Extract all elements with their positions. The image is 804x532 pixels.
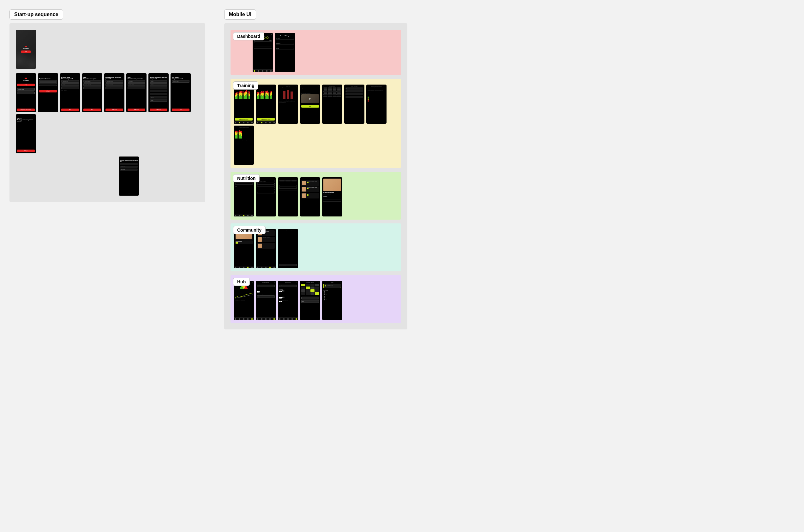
tab-nutrition-icon[interactable] bbox=[262, 70, 263, 72]
tab-icon[interactable] bbox=[247, 215, 249, 216]
tab-icon[interactable] bbox=[287, 318, 289, 320]
tab-icon[interactable] bbox=[261, 267, 262, 268]
tab-icon[interactable] bbox=[279, 318, 280, 320]
day-tuesday[interactable]: Tuesday bbox=[150, 83, 167, 86]
grocery-row[interactable]: —— bbox=[279, 187, 297, 189]
height-field[interactable]: Height bbox=[61, 83, 79, 86]
custom-select[interactable]: — ▾ bbox=[257, 295, 275, 298]
strength-cell[interactable] bbox=[337, 94, 341, 95]
settings-edit-profile[interactable]: Edit profile bbox=[276, 37, 294, 40]
intensity2-opt1[interactable]: Sedentary bbox=[120, 163, 138, 165]
tab-icon[interactable] bbox=[269, 122, 271, 124]
options-next-button[interactable]: Next bbox=[84, 109, 101, 111]
link-strava-button[interactable]: Link bbox=[301, 300, 319, 303]
grocery-row[interactable]: —— bbox=[279, 191, 297, 193]
close-icon[interactable]: × bbox=[296, 86, 297, 87]
add-activity-button[interactable]: + Add another activity bbox=[257, 118, 275, 120]
grocery-row[interactable]: —— bbox=[279, 182, 297, 184]
food-item[interactable]: —☐ bbox=[257, 191, 275, 193]
strength-cell[interactable] bbox=[323, 89, 327, 91]
tab-icon[interactable] bbox=[296, 318, 297, 320]
cal-cell[interactable] bbox=[310, 284, 314, 286]
ftp-value[interactable]: 280 bbox=[257, 291, 260, 292]
day-number[interactable]: 26 bbox=[254, 44, 255, 45]
tab-icon[interactable] bbox=[261, 122, 262, 124]
close-icon[interactable]: × bbox=[363, 86, 363, 87]
strength-cell[interactable] bbox=[323, 91, 327, 92]
tab-icon[interactable] bbox=[247, 267, 249, 268]
link-garmin-button[interactable]: Link Garmin bbox=[301, 297, 319, 300]
food-item[interactable]: —☐ bbox=[257, 183, 275, 185]
ride-toggle[interactable] bbox=[282, 297, 285, 298]
tab-icon[interactable] bbox=[239, 215, 240, 216]
close-icon[interactable]: × bbox=[274, 282, 275, 283]
strength-cell[interactable] bbox=[323, 96, 327, 97]
strength-cell[interactable] bbox=[323, 92, 327, 94]
cpt-option[interactable]: — bbox=[346, 93, 363, 95]
add-button[interactable]: + bbox=[307, 194, 309, 196]
warmup-next-button[interactable]: Next bbox=[301, 105, 319, 108]
day-number[interactable]: 25 bbox=[254, 42, 255, 43]
gender-female-radio[interactable]: Female bbox=[64, 90, 66, 91]
add-button[interactable]: + bbox=[307, 188, 309, 189]
intensity-opt1[interactable]: Sedentary bbox=[128, 80, 145, 83]
password-field[interactable] bbox=[39, 82, 57, 84]
tab-icon[interactable] bbox=[239, 318, 240, 320]
register-cta-button[interactable]: Register to Virtual trainer bbox=[17, 109, 35, 111]
cal-cell[interactable] bbox=[315, 289, 319, 292]
tab-icon[interactable] bbox=[261, 318, 262, 320]
tab-icon[interactable] bbox=[235, 318, 236, 320]
back-icon[interactable]: ‹ bbox=[323, 86, 324, 87]
tab-icon[interactable] bbox=[235, 215, 236, 216]
intensity-next-button[interactable]: FTP tutorial bbox=[128, 109, 145, 111]
back-icon[interactable]: ‹ bbox=[279, 86, 279, 87]
cal-cell[interactable] bbox=[310, 286, 314, 289]
strength-cell[interactable] bbox=[328, 96, 332, 97]
weight-value[interactable]: 68 bbox=[279, 291, 282, 292]
tab-icon[interactable] bbox=[251, 267, 253, 268]
tab-icon[interactable] bbox=[243, 318, 244, 320]
post-card[interactable]: Chocolate Muesli Day bbox=[257, 237, 275, 242]
strength-cell[interactable] bbox=[337, 91, 341, 92]
day-thursday[interactable]: Thursday bbox=[150, 90, 167, 92]
tab-hub-icon[interactable] bbox=[270, 70, 272, 72]
close-icon[interactable]: × bbox=[296, 282, 297, 283]
close-icon[interactable]: × bbox=[318, 282, 319, 283]
day-friday[interactable]: Friday bbox=[150, 93, 167, 95]
intensity2-opt2[interactable]: Lightly Active bbox=[120, 166, 138, 168]
nutrition-unit-select[interactable]: — ▾ bbox=[279, 285, 297, 287]
food-item[interactable]: —☐ bbox=[257, 187, 275, 189]
tab-icon[interactable] bbox=[269, 267, 271, 268]
close-icon[interactable]: × bbox=[318, 86, 319, 87]
cal-cell[interactable] bbox=[315, 284, 319, 286]
award-featured[interactable]: Exploration Award bbox=[323, 284, 341, 288]
meal-row[interactable]: —› bbox=[235, 187, 253, 189]
intensity2-opt3[interactable]: Heavy Gym bbox=[120, 169, 138, 171]
strength-cell[interactable] bbox=[332, 89, 336, 91]
country-select[interactable]: Select country bbox=[61, 80, 79, 83]
cal-cell[interactable] bbox=[315, 286, 319, 289]
login-google-button[interactable]: Login with Google bbox=[17, 88, 35, 91]
tab-icon[interactable] bbox=[257, 122, 258, 124]
tab-icon[interactable] bbox=[239, 122, 240, 124]
cpt-option[interactable]: — bbox=[346, 88, 363, 90]
tip-video-thumb[interactable] bbox=[301, 94, 319, 103]
tab-icon[interactable] bbox=[235, 122, 236, 124]
back-icon[interactable]: ‹ bbox=[279, 230, 279, 231]
weight-field[interactable]: Weight bbox=[61, 87, 79, 89]
register-submit-button[interactable]: Let's go! bbox=[39, 90, 57, 92]
login-button[interactable]: Login bbox=[17, 83, 35, 86]
tab-icon[interactable] bbox=[247, 318, 249, 320]
cal-cell[interactable] bbox=[310, 289, 314, 292]
day-number[interactable]: 27 bbox=[254, 47, 255, 48]
meal-row[interactable]: —› bbox=[235, 183, 253, 185]
recipe-card[interactable]: Cinnamon & Banana Muesli+ bbox=[301, 193, 319, 198]
meal-row[interactable]: —› bbox=[235, 189, 253, 191]
tab-training-icon[interactable] bbox=[258, 70, 259, 72]
back-icon[interactable]: ‹ bbox=[279, 178, 279, 179]
cal-cell[interactable] bbox=[306, 284, 310, 286]
hours-opt3[interactable]: Serious Athlete bbox=[106, 87, 123, 89]
menu-icon[interactable]: ≡ bbox=[271, 34, 272, 35]
tab-icon[interactable] bbox=[283, 318, 285, 320]
ride-value[interactable]: 14 bbox=[279, 297, 282, 299]
